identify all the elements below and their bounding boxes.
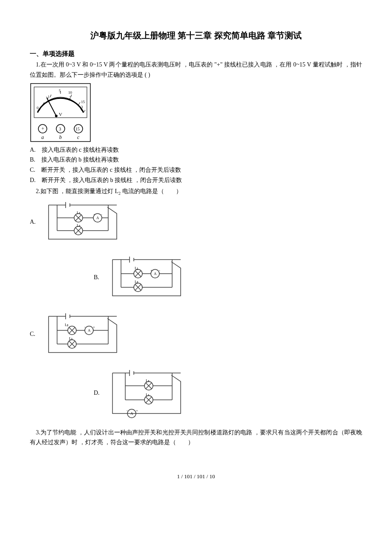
q2-stem: 2.如下图 ，能直接测量通过灯 L2 电流的电路是（ ）	[30, 186, 362, 197]
q3-stem: 3.为了节约电能 ，人们设计出一种由声控开关和光控开关共同控制楼道路灯的电路 ，…	[30, 428, 362, 448]
page-title: 沪粤版九年级上册物理 第十三章 探究简单电路 章节测试	[30, 30, 362, 41]
q1-option-b: B. 接入电压表的 b 接线柱再读数	[30, 155, 362, 165]
terminal-3: 3	[59, 126, 61, 131]
svg-text:A: A	[130, 411, 133, 416]
svg-text:1: 1	[48, 95, 50, 99]
svg-text:A: A	[88, 328, 91, 332]
svg-text:+: +	[150, 269, 153, 272]
q2-label-b: B.	[94, 274, 104, 281]
q2-circuit-b: L₁ A + - L₂	[108, 253, 185, 302]
svg-text:-: -	[159, 269, 160, 272]
svg-text:-: -	[84, 325, 86, 329]
svg-text:5: 5	[59, 89, 61, 93]
terminal-plus: +	[41, 126, 44, 132]
svg-text:A: A	[96, 216, 99, 220]
svg-text:L₂: L₂	[77, 223, 81, 228]
svg-text:L₂: L₂	[135, 280, 139, 284]
q2-label-a: A.	[30, 219, 40, 225]
svg-text:L₂: L₂	[146, 379, 150, 383]
label-b: b	[59, 134, 62, 140]
q2-circuit-c: L₂ A - + L₁	[44, 310, 121, 359]
svg-text:L₂: L₂	[65, 323, 69, 327]
svg-text:-: -	[101, 213, 102, 217]
svg-text:15: 15	[81, 100, 85, 104]
q2-circuit-a: L₁ A + - L₂	[44, 199, 121, 246]
svg-text:+: +	[93, 213, 95, 217]
label-c: c	[77, 134, 80, 140]
q2-label-c: C.	[30, 331, 40, 338]
q1-option-d: D. 断开开关 ，接入电压表的 b 接线柱 ，闭合开关后读数	[30, 175, 362, 185]
svg-text:L₁: L₁	[135, 266, 139, 270]
terminal-15: 15	[75, 127, 80, 131]
q2-label-d: D.	[94, 390, 104, 396]
q1-option-a: A. 接入电压表的 c 接线柱再读数	[30, 145, 362, 155]
svg-text:3: 3	[81, 105, 83, 109]
q1-option-c: C. 断开开关 ，接入电压表的 c 接线柱 ，闭合开关后读数	[30, 165, 362, 175]
svg-text:L₁: L₁	[77, 211, 81, 215]
meter-v-label: V	[59, 112, 62, 117]
q2-stem-post: 电流的电路是（ ）	[121, 188, 182, 194]
svg-text:A: A	[154, 272, 157, 276]
q2-circuit-d: L₂ L₁ A - +	[108, 367, 185, 420]
svg-text:L₁: L₁	[69, 336, 73, 341]
label-a: a	[41, 134, 44, 140]
svg-text:L₁: L₁	[146, 393, 150, 397]
svg-text:+: +	[136, 409, 138, 413]
svg-text:-: -	[127, 409, 128, 413]
svg-text:0: 0	[37, 106, 39, 110]
svg-text:2: 2	[69, 95, 71, 100]
svg-point-18	[55, 115, 58, 117]
q1-voltmeter-image: 0 5 10 15 1 2 3 V + 3 15 a b c	[30, 83, 362, 142]
svg-text:10: 10	[68, 90, 72, 95]
page-footer: 1 / 101 / 101 / 10	[30, 473, 362, 480]
q1-stem: 1.在一次用 0~3 V 和 0~15 V 两个量程的电压表测电压时 ，电压表的…	[30, 60, 362, 80]
svg-text:+: +	[93, 325, 95, 329]
section-header-1: 一、单项选择题	[30, 50, 362, 58]
q2-stem-pre: 2.如下图 ，能直接测量通过灯 L	[36, 188, 118, 194]
